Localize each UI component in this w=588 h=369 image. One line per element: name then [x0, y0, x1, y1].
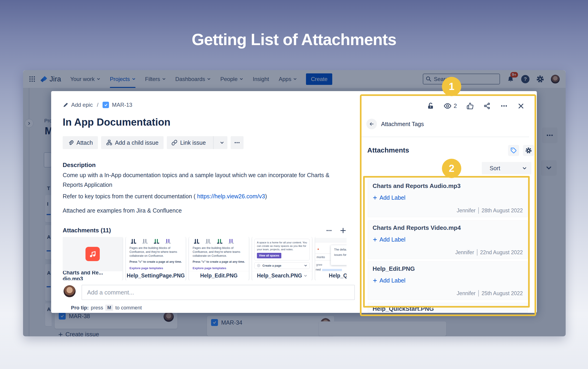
issue-toolbar: Attach Add a child issue Link issue [63, 136, 243, 149]
plus-icon [373, 278, 378, 283]
attachments-header: Attachments (11) [63, 227, 346, 234]
link-issue-button[interactable]: Link issue [167, 136, 227, 149]
description-paragraph: Attached are examples from Jira & Conflu… [63, 206, 346, 215]
link-issue-dropdown[interactable] [216, 136, 227, 149]
issue-action-icons: 2 [427, 102, 525, 110]
attachment-filename: Help_Search.PNG [252, 271, 312, 280]
music-note-icon [85, 247, 100, 261]
add-label-button[interactable]: Add Label [373, 277, 406, 284]
gear-icon [525, 147, 532, 154]
attachment-list-item[interactable]: Charts and Reports Audio.mp3 Add Label J… [368, 179, 528, 217]
add-label-button[interactable]: Add Label [373, 236, 406, 243]
attachment-name: Charts and Reports Audio.mp3 [373, 182, 461, 189]
tag-icon [511, 148, 517, 154]
more-actions-icon[interactable] [500, 102, 508, 110]
arrow-left-icon [369, 121, 374, 127]
image-preview: * morito gnee ned The defaul issues for [315, 237, 346, 271]
documentation-link[interactable]: https://help.view26.com/v3 [197, 193, 265, 199]
attachments-panel-heading: Attachments [367, 146, 409, 154]
image-preview: Pages are the building blocks of Conflue… [126, 237, 186, 271]
attachment-name: Help_QuickStart.PNG [373, 305, 434, 312]
panel-settings-button[interactable] [523, 145, 534, 156]
callout-number-2: 2 [442, 159, 461, 178]
author: Jennifer [457, 208, 476, 214]
author: Jennifer [457, 290, 476, 297]
plus-icon [373, 237, 378, 242]
callout-number-1: 1 [442, 77, 461, 96]
attachment-meta: Jennifer 25th August 2022 [457, 290, 523, 297]
link-icon [171, 140, 178, 146]
attachments-heading: Attachments (11) [63, 227, 111, 234]
task-type-icon [103, 102, 109, 108]
pencil-icon [63, 102, 68, 108]
attachments-more-icon[interactable] [326, 227, 332, 234]
attachment-thumbnail-image[interactable]: Pages are the building blocks of Conflue… [126, 237, 186, 280]
thumbs-up-icon[interactable] [467, 102, 474, 110]
issue-key-link[interactable]: MAR-13 [112, 102, 132, 108]
share-icon[interactable] [483, 102, 491, 110]
unlock-icon[interactable] [427, 102, 434, 110]
attachment-filename: Help_SettingPage.PNG [126, 271, 186, 280]
comment-input[interactable] [82, 285, 355, 300]
comment-protip: Pro tip: press M to comment [71, 305, 142, 311]
attachment-thumbnails: Charts and Re... dio.mp3 Pages are the b… [63, 237, 346, 280]
panel-title: Attachment Tags [381, 121, 424, 128]
image-preview: Pages are the building blocks of Conflue… [189, 237, 249, 271]
paperclip-icon [68, 140, 74, 146]
eye-icon [444, 102, 451, 110]
attachment-name: Help_Edit.PNG [373, 265, 415, 272]
attachment-list-item[interactable]: Help_QuickStart.PNG [368, 303, 528, 313]
sort-dropdown[interactable]: Sort [482, 162, 531, 174]
attachment-filename: Help_QuickS [315, 271, 346, 280]
jira-app-window: Jira Your work Projects Filters Dashboar… [23, 70, 566, 336]
watchers-count: 2 [454, 103, 457, 109]
chevron-down-icon [522, 166, 527, 170]
attachment-list-item[interactable]: Help_Edit.PNG Add Label Jennifer 25th Au… [368, 261, 528, 300]
issue-title[interactable]: In App Documentation [63, 116, 170, 128]
attachment-meta: Jennifer 22nd August 2022 [455, 249, 523, 256]
date: 28th August 2022 [482, 208, 523, 214]
keyboard-key-m: M [105, 305, 113, 311]
attach-button[interactable]: Attach [63, 136, 98, 149]
panel-back-row: Attachment Tags [366, 119, 424, 129]
chevron-down-icon [220, 141, 224, 145]
watchers-button[interactable]: 2 [444, 102, 457, 110]
status-circle-icon [257, 264, 260, 267]
figures-illustration [193, 238, 239, 244]
attachment-filename: Help_Edit.PNG [189, 271, 249, 280]
attachment-thumbnail-image[interactable]: A space is a home for all your content. … [252, 237, 312, 280]
add-attachment-icon[interactable] [340, 227, 346, 234]
child-issue-icon [106, 140, 112, 146]
description-heading: Description [63, 161, 96, 169]
author: Jennifer [455, 249, 474, 256]
view-all-spaces-button: View all spaces [257, 253, 281, 258]
add-epic-link[interactable]: Add epic [71, 102, 93, 108]
date: 25th August 2022 [482, 290, 523, 297]
description-paragraph: Refer to key topics from the current doc… [63, 191, 346, 201]
breadcrumb-separator: / [96, 102, 100, 108]
attachment-thumbnail-image[interactable]: * morito gnee ned The defaul issues for … [315, 237, 346, 280]
page-title: Getting List of Attachments [0, 30, 588, 49]
add-label-button[interactable]: Add Label [373, 194, 406, 201]
add-child-issue-button[interactable]: Add a child issue [101, 136, 164, 149]
issue-modal: Add epic / MAR-13 In App Documentation A… [51, 91, 537, 313]
panel-divider [361, 137, 529, 137]
date: 22nd August 2022 [480, 249, 523, 256]
attachment-filename: Charts and Re... dio.mp3 [63, 271, 123, 280]
close-icon[interactable] [517, 103, 525, 110]
image-preview: A space is a home for all your content. … [252, 237, 312, 271]
attachment-thumbnail-audio[interactable]: Charts and Re... dio.mp3 [63, 237, 123, 280]
button-divider [213, 136, 214, 149]
more-actions-button[interactable] [231, 136, 243, 149]
back-button[interactable] [366, 119, 377, 129]
tooltip-fragment: The defaul issues for [331, 245, 346, 265]
attachment-thumbnail-image[interactable]: Pages are the building blocks of Conflue… [189, 237, 249, 280]
attachment-name: Charts And Reports Video.mp4 [373, 224, 461, 231]
audio-preview [63, 237, 123, 271]
attachment-meta: Jennifer 28th August 2022 [457, 207, 523, 214]
attachment-list-item[interactable]: Charts And Reports Video.mp4 Add Label J… [368, 220, 528, 259]
description-paragraph: Come up with a In-App documentation topi… [63, 170, 346, 189]
tag-button[interactable] [508, 145, 519, 156]
figures-illustration [129, 238, 176, 244]
current-user-avatar [63, 285, 75, 297]
